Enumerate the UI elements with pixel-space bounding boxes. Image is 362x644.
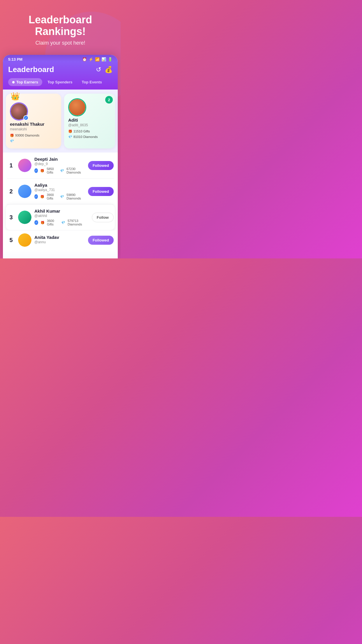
diamond-icon-3: 💎 — [61, 221, 65, 225]
diamonds-label-2: 81010 Diamonds — [73, 134, 98, 140]
bag-icon[interactable]: 💰 — [105, 66, 113, 74]
bottom-fade — [3, 250, 118, 258]
tab-top-events-label: Top Events — [82, 80, 102, 84]
diamond-emoji-2: 💎 — [68, 134, 72, 140]
tab-top-earners[interactable]: Top Earners — [8, 78, 42, 86]
status-time: 5:13 PM — [8, 57, 22, 62]
alarm-icon: ⏰ — [82, 57, 87, 62]
refresh-icon[interactable]: ↺ — [96, 66, 101, 74]
signal-icon: 📊 — [101, 57, 106, 62]
username-partial: @annu — [34, 240, 85, 244]
follow-btn-3[interactable]: Follow — [92, 213, 114, 222]
info-3: Akhil Kumar @akhhil ✓ 🎁 3600 Gifts 💎 579… — [34, 209, 89, 226]
card-stats-1: 🎁 93000 Diamonds 💎 — [10, 133, 57, 144]
bluetooth-icon: ⚡ — [89, 57, 93, 62]
diamonds-value-1: 67230 Diamonds — [66, 167, 85, 174]
partial-item: 5 Anita Yadav @annu Followed — [3, 230, 118, 250]
diamond-icon-1: 💎 — [60, 169, 64, 173]
tab-top-spenders-label: Top Spenders — [48, 80, 73, 84]
verified-1: ✓ — [34, 168, 38, 173]
verified-badge-1: ✓ — [23, 115, 29, 120]
name-3: Akhil Kumar — [34, 209, 89, 214]
list-section: 1 Deepti Jain @dep_9 ✓ 🎁 5850 Gifts 💎 67… — [3, 153, 118, 230]
follow-btn-partial[interactable]: Followed — [88, 236, 114, 245]
avatar-partial — [18, 233, 31, 247]
diamond-emoji-1: 💎 — [10, 139, 14, 144]
card-username-2: @aditi_8635 — [68, 123, 111, 127]
diamond-icon-2: 💎 — [60, 195, 64, 199]
rank-3: 3 — [7, 214, 15, 221]
status-bar: 5:13 PM ⏰ ⚡ 📶 📊 🔋 — [3, 55, 118, 62]
list-item-1: 1 Deepti Jain @dep_9 ✓ 🎁 5850 Gifts 💎 67… — [7, 153, 114, 178]
username-2: @aaliya_731 — [34, 188, 85, 192]
card-name-2: Aditi — [68, 118, 111, 123]
tab-row: Top Earners Top Spenders Top Events — [8, 78, 113, 90]
top3-section: 👑 ✓ eenakshi Thakur meenakshi 🎁 93000 Di… — [3, 90, 118, 153]
status-icons: ⏰ ⚡ 📶 📊 🔋 — [82, 57, 113, 62]
battery-icon: 🔋 — [108, 57, 113, 62]
list-item-2: 2 Aaliya @aaliya_731 ✓ 🎁 3900 Gifts 💎 59… — [7, 178, 114, 204]
diamonds-label-1: 93000 Diamonds — [15, 133, 39, 138]
name-partial: Anita Yadav — [34, 235, 85, 240]
info-partial: Anita Yadav @annu — [34, 235, 85, 245]
verified-3: ✓ — [34, 220, 38, 225]
tab-top-events[interactable]: Top Events — [78, 78, 106, 86]
top-card-2[interactable]: 2 Aditi @aditi_8635 🎁 11510 Gifts 💎 810 — [64, 94, 115, 148]
tab-top-earners-label: Top Earners — [16, 80, 38, 84]
diamonds-value-2: 59890 Diamonds — [66, 193, 85, 200]
leaderboard-header: Leaderboard ↺ 💰 Top Earners Top Spenders… — [3, 62, 118, 90]
rank-badge-2: 2 — [105, 96, 113, 104]
crown-icon: 👑 — [10, 92, 20, 101]
gifts-value-2: 3900 Gifts — [47, 193, 58, 200]
card-stats-2: 🎁 11510 Gifts 💎 81010 Diamonds — [68, 129, 111, 139]
tab-top-spenders[interactable]: Top Spenders — [43, 78, 77, 86]
rank-2: 2 — [7, 188, 15, 195]
stats-2: ✓ 🎁 3900 Gifts 💎 59890 Diamonds — [34, 193, 85, 200]
leaderboard-title: Leaderboard — [8, 65, 54, 74]
info-1: Deepti Jain @dep_9 ✓ 🎁 5850 Gifts 💎 6723… — [34, 157, 85, 174]
username-3: @akhhil — [34, 214, 89, 218]
follow-btn-1[interactable]: Followed — [88, 161, 114, 170]
gift-icon-2: 🎁 — [40, 195, 44, 199]
gifts-value-1: 5850 Gifts — [47, 167, 58, 174]
stats-1: ✓ 🎁 5850 Gifts 💎 67230 Diamonds — [34, 167, 85, 174]
name-2: Aaliya — [34, 183, 85, 188]
name-1: Deepti Jain — [34, 157, 85, 162]
list-item-3: 3 Akhil Kumar @akhhil ✓ 🎁 3600 Gifts 💎 5… — [6, 204, 115, 230]
hero-subtitle: Claim your spot here! — [6, 40, 115, 46]
username-1: @dep_9 — [34, 162, 85, 166]
gift-icon-3: 🎁 — [41, 221, 45, 225]
top-card-1[interactable]: 👑 ✓ eenakshi Thakur meenakshi 🎁 93000 Di… — [6, 94, 61, 148]
gift-icon-1: 🎁 — [40, 169, 44, 173]
wifi-icon: 📶 — [95, 57, 100, 62]
gift-emoji-1: 🎁 — [10, 133, 14, 138]
gift-emoji-2: 🎁 — [68, 129, 72, 134]
avatar-3 — [18, 211, 31, 224]
hero-title: Leaderboard Rankings! — [6, 14, 115, 37]
verified-2: ✓ — [34, 194, 38, 199]
avatar-1 — [18, 159, 31, 172]
top3-scroll: 👑 ✓ eenakshi Thakur meenakshi 🎁 93000 Di… — [3, 90, 118, 153]
follow-btn-2[interactable]: Followed — [88, 187, 114, 196]
card-name-1: eenakshi Thakur — [10, 122, 57, 127]
gifts-value-3: 3600 Gifts — [47, 219, 59, 226]
diamonds-value-3: 579713 Diamonds — [68, 219, 89, 226]
card-username-1: meenakshi — [10, 127, 57, 131]
info-2: Aaliya @aaliya_731 ✓ 🎁 3900 Gifts 💎 5989… — [34, 183, 85, 200]
header-actions: ↺ 💰 — [96, 66, 113, 74]
gifts-label-2: 11510 Gifts — [73, 129, 90, 134]
rank-1: 1 — [7, 162, 15, 169]
rank-partial: 5 — [7, 237, 15, 244]
stats-3: ✓ 🎁 3600 Gifts 💎 579713 Diamonds — [34, 219, 89, 226]
avatar-2 — [18, 185, 31, 198]
